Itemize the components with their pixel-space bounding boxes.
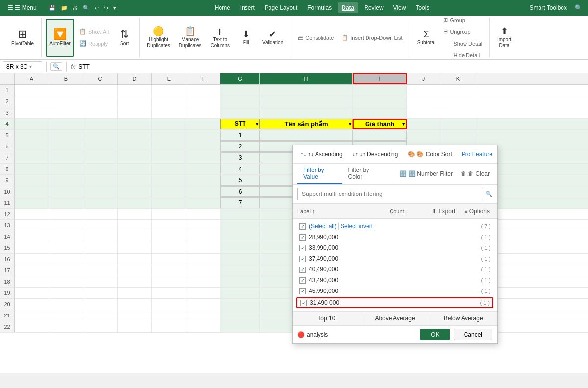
cell[interactable] bbox=[220, 321, 260, 332]
cell[interactable] bbox=[186, 152, 220, 163]
cell[interactable] bbox=[186, 164, 220, 174]
cell[interactable] bbox=[49, 310, 83, 321]
cell[interactable] bbox=[83, 242, 118, 253]
cell[interactable] bbox=[15, 265, 49, 276]
cell[interactable] bbox=[260, 85, 353, 96]
cell-reference[interactable]: 8R x 3C ▾ bbox=[3, 61, 42, 72]
smart-toolbox-btn[interactable]: Smart Toolbox bbox=[526, 2, 571, 13]
cell[interactable] bbox=[49, 288, 83, 298]
cell[interactable] bbox=[186, 265, 220, 276]
cell[interactable] bbox=[15, 175, 49, 186]
cell[interactable] bbox=[220, 85, 260, 96]
cell[interactable] bbox=[118, 220, 152, 231]
cell[interactable] bbox=[83, 107, 118, 118]
cell[interactable] bbox=[83, 85, 118, 96]
cell[interactable] bbox=[118, 85, 152, 96]
cell[interactable] bbox=[152, 152, 186, 163]
cell[interactable] bbox=[49, 209, 83, 219]
cell[interactable] bbox=[220, 310, 260, 321]
insert-dropdown-btn[interactable]: 📋 Insert Drop-Down List bbox=[339, 32, 405, 43]
cell[interactable] bbox=[186, 231, 220, 242]
col-header-c[interactable]: C bbox=[83, 73, 118, 84]
cell[interactable] bbox=[407, 119, 441, 129]
cell[interactable] bbox=[220, 231, 260, 242]
number-filter-btn[interactable]: 🔢 🔢 Number Filter bbox=[396, 169, 456, 179]
cell[interactable] bbox=[152, 220, 186, 231]
cell[interactable] bbox=[15, 299, 49, 310]
toolbar-save[interactable]: 💾 bbox=[47, 3, 58, 13]
cell-stt[interactable]: 7 bbox=[220, 197, 260, 208]
filter-item[interactable]: ✓ 45,990,000 ( 1 ) bbox=[293, 286, 497, 296]
cell[interactable] bbox=[49, 164, 83, 174]
cancel-button[interactable]: Cancel bbox=[454, 329, 492, 340]
cell[interactable] bbox=[118, 299, 152, 310]
sort-descending-btn[interactable]: ↓↑ ↓↑ Descending bbox=[349, 149, 401, 159]
cell[interactable] bbox=[152, 242, 186, 253]
cell-gia[interactable] bbox=[353, 130, 407, 141]
cell[interactable] bbox=[407, 107, 441, 118]
cell[interactable] bbox=[49, 299, 83, 310]
cell-stt[interactable]: 4 bbox=[220, 164, 260, 174]
cell[interactable] bbox=[83, 164, 118, 174]
cell[interactable] bbox=[118, 276, 152, 287]
toolbar-open[interactable]: 📁 bbox=[58, 3, 70, 13]
cell[interactable] bbox=[186, 107, 220, 118]
filter-item-select-all[interactable]: ✓ (Select all) Select invert ( 7 ) bbox=[293, 221, 497, 232]
col-header-b[interactable]: B bbox=[49, 73, 83, 84]
cell[interactable] bbox=[220, 288, 260, 298]
above-average-btn[interactable]: Above Average bbox=[361, 312, 430, 325]
toolbar-undo-arr[interactable]: ↩ bbox=[92, 3, 101, 13]
col-header-h[interactable]: H bbox=[260, 73, 353, 84]
cell[interactable] bbox=[83, 152, 118, 163]
cell[interactable] bbox=[118, 164, 152, 174]
toolbar-preview[interactable]: 🔍 bbox=[80, 3, 92, 13]
cell[interactable] bbox=[83, 186, 118, 197]
cell[interactable] bbox=[186, 85, 220, 96]
cell[interactable] bbox=[83, 265, 118, 276]
cell[interactable] bbox=[152, 321, 186, 332]
cell[interactable] bbox=[118, 130, 152, 141]
manage-duplicates-btn[interactable]: 📋 Manage Duplicates bbox=[175, 19, 205, 57]
cell[interactable] bbox=[118, 186, 152, 197]
cell[interactable] bbox=[186, 310, 220, 321]
hide-detail-btn[interactable]: Hide Detail bbox=[450, 50, 485, 61]
cell[interactable] bbox=[83, 130, 118, 141]
filter-checkbox[interactable]: ✓ bbox=[299, 256, 306, 262]
cell[interactable] bbox=[49, 186, 83, 197]
cell[interactable] bbox=[186, 276, 220, 287]
menu-home[interactable]: Home bbox=[211, 2, 234, 13]
filter-item[interactable]: ✓ 37,490,000 ( 1 ) bbox=[293, 253, 497, 264]
cell[interactable] bbox=[220, 299, 260, 310]
filter-checkbox[interactable]: ✓ bbox=[299, 234, 306, 241]
cell[interactable] bbox=[15, 220, 49, 231]
reapply-btn[interactable]: 🔄 Reapply bbox=[76, 38, 112, 49]
filter-checkbox[interactable]: ✓ bbox=[300, 300, 307, 306]
toolbar-redo-arr[interactable]: ↪ bbox=[101, 3, 111, 13]
cell[interactable] bbox=[49, 242, 83, 253]
header-stt[interactable]: STT ▾ bbox=[220, 119, 260, 129]
cell[interactable] bbox=[49, 254, 83, 265]
cell-stt[interactable]: 5 bbox=[220, 175, 260, 186]
filter-arrow-gia[interactable]: ▾ bbox=[402, 121, 405, 127]
header-gia[interactable]: Giá thành ▾ bbox=[353, 119, 407, 129]
menu-pagelayout[interactable]: Page Layout bbox=[261, 2, 301, 13]
filter-checkbox[interactable]: ✓ bbox=[299, 288, 306, 294]
cell[interactable] bbox=[15, 321, 49, 332]
cell[interactable] bbox=[152, 141, 186, 152]
pivot-table-btn[interactable]: ⊞ PivotTable bbox=[8, 19, 37, 57]
cell[interactable] bbox=[152, 265, 186, 276]
menu-formulas[interactable]: Formulas bbox=[303, 2, 336, 13]
cell[interactable] bbox=[353, 85, 407, 96]
cell[interactable] bbox=[186, 186, 220, 197]
cell[interactable] bbox=[220, 220, 260, 231]
col-header-k[interactable]: K bbox=[441, 73, 475, 84]
cell[interactable] bbox=[118, 242, 152, 253]
show-all-btn[interactable]: 📋 Show All bbox=[76, 26, 112, 37]
cell[interactable] bbox=[49, 119, 83, 129]
cell[interactable] bbox=[49, 85, 83, 96]
filter-arrow-ten[interactable]: ▾ bbox=[349, 121, 351, 127]
cell[interactable] bbox=[83, 209, 118, 219]
sort-ascending-btn[interactable]: ↑↓ ↑↓ Ascending bbox=[297, 149, 345, 159]
filter-search-input[interactable] bbox=[297, 188, 483, 200]
cell[interactable] bbox=[15, 209, 49, 219]
